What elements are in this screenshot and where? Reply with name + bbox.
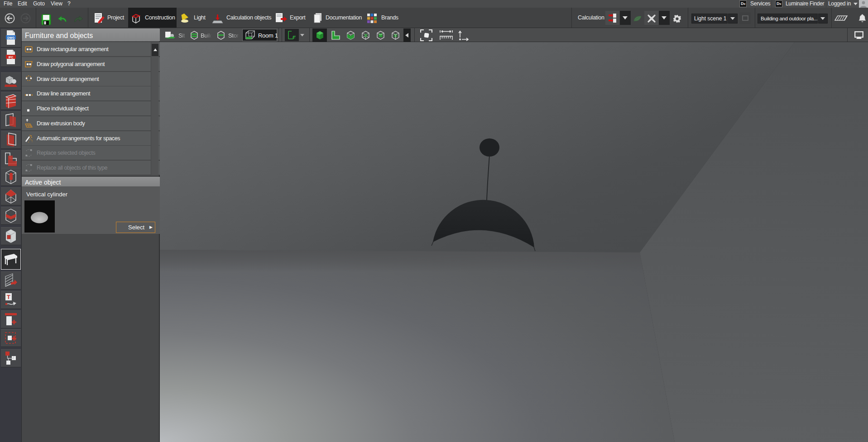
- svg-text:DWG: DWG: [7, 36, 14, 39]
- svg-text:IFC: IFC: [9, 56, 14, 59]
- svg-text:T: T: [7, 294, 10, 300]
- svg-text:m: m: [293, 36, 295, 39]
